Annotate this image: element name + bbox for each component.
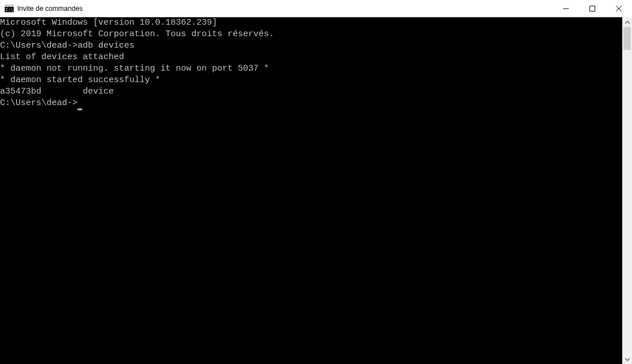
- scroll-up-button[interactable]: [622, 17, 632, 27]
- minimize-button[interactable]: [553, 0, 579, 17]
- vertical-scrollbar[interactable]: [622, 17, 632, 364]
- chevron-up-icon: [625, 20, 630, 25]
- prompt: C:\Users\dead->: [0, 98, 78, 108]
- maximize-button[interactable]: [579, 0, 606, 17]
- app-icon: C:\: [5, 4, 14, 13]
- scroll-track[interactable]: [622, 27, 632, 354]
- scroll-thumb[interactable]: [623, 27, 631, 50]
- content-area: Microsoft Windows [version 10.0.18362.23…: [0, 17, 632, 364]
- chevron-down-icon: [625, 357, 630, 362]
- window-controls: [553, 0, 632, 17]
- window-title: Invite de commandes: [17, 5, 553, 13]
- svg-text:C:\: C:\: [6, 7, 13, 12]
- minimize-icon: [563, 6, 569, 11]
- svg-rect-4: [590, 6, 595, 11]
- terminal-line: a35473bd device: [0, 86, 622, 98]
- terminal-line: * daemon started successfully *: [0, 75, 622, 86]
- scroll-down-button[interactable]: [622, 354, 632, 364]
- prompt-line: C:\Users\dead->: [0, 98, 622, 109]
- close-button[interactable]: [606, 0, 632, 17]
- svg-rect-1: [5, 5, 14, 7]
- terminal-line: Microsoft Windows [version 10.0.18362.23…: [0, 17, 622, 29]
- terminal-line: List of devices attached: [0, 52, 622, 63]
- close-icon: [616, 6, 622, 11]
- terminal-line: (c) 2019 Microsoft Corporation. Tous dro…: [0, 29, 622, 40]
- terminal-output[interactable]: Microsoft Windows [version 10.0.18362.23…: [0, 17, 622, 364]
- maximize-icon: [589, 6, 595, 11]
- titlebar: C:\ Invite de commandes: [0, 0, 632, 17]
- terminal-line: C:\Users\dead->adb devices: [0, 40, 622, 52]
- cursor: [78, 109, 82, 110]
- terminal-line: * daemon not running. starting it now on…: [0, 63, 622, 75]
